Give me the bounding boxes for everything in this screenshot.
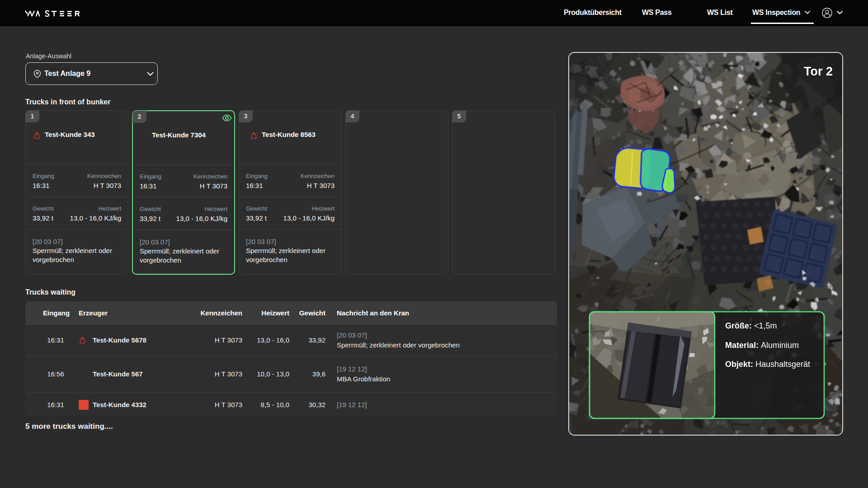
svg-text:Größe: <1,5m: Größe: <1,5m [725, 321, 777, 330]
svg-text:Tor 2: Tor 2 [804, 65, 833, 78]
svg-text:Objekt: Haushaltsgerät: Objekt: Haushaltsgerät [725, 360, 810, 369]
svg-text:Material: Aluminium: Material: Aluminium [725, 341, 799, 350]
